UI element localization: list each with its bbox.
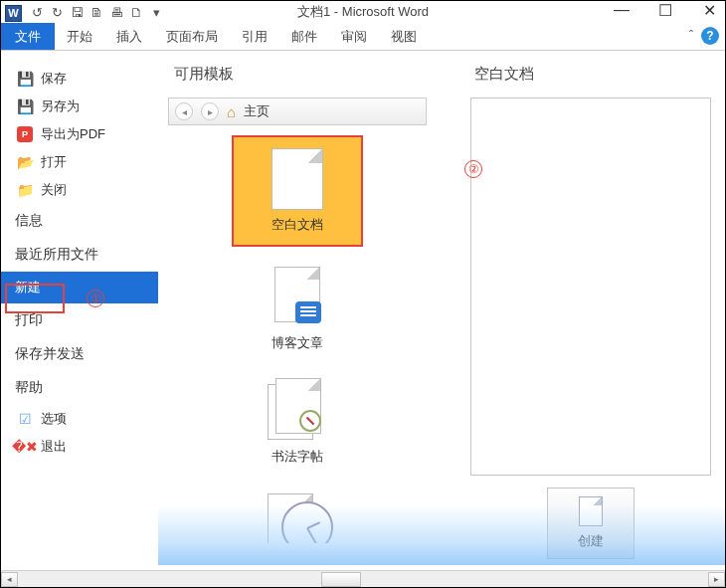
close-button[interactable]: ✕ [699, 1, 719, 20]
create-button-label: 创建 [578, 532, 604, 550]
tab-home[interactable]: 开始 [55, 23, 104, 50]
folder-open-icon: 📂 [17, 154, 33, 170]
preview-column: 空白文档 创建 [456, 51, 725, 569]
tab-view[interactable]: 视图 [379, 23, 429, 50]
template-nav-bar: ◂ ▸ ⌂ 主页 [168, 98, 427, 125]
scroll-left-button[interactable]: ◂ [1, 572, 18, 587]
help-icon[interactable]: ? [701, 27, 719, 45]
nav-home-icon[interactable]: ⌂ [227, 103, 236, 120]
maximize-button[interactable]: ☐ [655, 1, 675, 20]
sidebar-item-send[interactable]: 保存并发送 [1, 337, 158, 371]
template-item-recent[interactable] [238, 490, 357, 543]
app-word-icon: W [5, 5, 22, 22]
nav-forward-button[interactable]: ▸ [201, 102, 219, 120]
tab-layout[interactable]: 页面布局 [154, 23, 230, 50]
template-card-selected: 空白文档 [232, 135, 363, 247]
template-label: 空白文档 [272, 216, 323, 234]
backstage: 💾 保存 💾 另存为 P 导出为PDF 📂 打开 📁 关闭 信息 最近所用文件 … [1, 51, 725, 569]
tab-file[interactable]: 文件 [1, 23, 55, 50]
sidebar-item-help[interactable]: 帮助 [1, 371, 158, 405]
annotation-badge-1: ① [87, 290, 104, 307]
sidebar-item-close[interactable]: 📁 关闭 [1, 176, 158, 204]
annotation-badge-2: ② [464, 160, 482, 178]
undo-icon[interactable]: ↺ [30, 5, 44, 19]
sidebar-item-label: 退出 [41, 438, 67, 456]
preview-box [470, 98, 711, 476]
tab-mailings[interactable]: 邮件 [279, 23, 329, 50]
sidebar-item-label: 选项 [41, 410, 67, 428]
sidebar-item-label: 导出为PDF [41, 125, 105, 143]
create-button[interactable]: 创建 [547, 488, 635, 559]
template-item-blank[interactable]: 空白文档 [229, 135, 366, 247]
sidebar-item-label: 打开 [41, 153, 67, 171]
template-list[interactable]: 空白文档 博客文章 [168, 135, 427, 543]
qat-dropdown-icon[interactable]: ▾ [149, 5, 163, 19]
sidebar-item-recent[interactable]: 最近所用文件 [1, 238, 158, 272]
sidebar-item-saveas[interactable]: 💾 另存为 [1, 93, 158, 120]
breadcrumb[interactable]: 主页 [244, 102, 270, 120]
templates-heading: 可用模板 [168, 65, 456, 84]
sidebar-item-label: 关闭 [41, 181, 67, 199]
sidebar-item-exit[interactable]: �✖ 退出 [1, 433, 158, 461]
template-label: 博客文章 [272, 334, 323, 352]
ribbon-minimize-icon[interactable]: ˆ [689, 29, 693, 43]
new-doc-icon [579, 496, 603, 526]
saveas-disk-icon: 💾 [17, 98, 33, 114]
minimize-button[interactable]: ― [612, 1, 632, 20]
titlebar: W ↺ ↻ 🖫 🗎 🖶 🗋 ▾ 文档1 - Microsoft Word ― ☐… [1, 1, 725, 23]
printpreview-icon[interactable]: 🗋 [129, 5, 143, 19]
speech-bubble-icon [295, 301, 321, 323]
calligraphy-thumb [268, 376, 327, 440]
sidebar-item-label: 另存为 [41, 98, 80, 115]
recent-thumb [268, 490, 327, 543]
sidebar-item-label: 保存 [41, 70, 67, 88]
nav-back-button[interactable]: ◂ [175, 102, 193, 120]
horizontal-scrollbar[interactable]: ◂ ▸ [1, 570, 725, 587]
quick-access-toolbar: ↺ ↻ 🖫 🗎 🖶 🗋 ▾ [30, 5, 163, 19]
sidebar-item-open[interactable]: 📂 打开 [1, 148, 158, 176]
sidebar-item-options[interactable]: ☑ 选项 [1, 405, 158, 433]
template-item-blog[interactable]: 博客文章 [238, 263, 357, 352]
redo-icon[interactable]: ↻ [50, 5, 64, 19]
brush-icon [299, 410, 321, 432]
sidebar-item-info[interactable]: 信息 [1, 204, 158, 238]
tab-review[interactable]: 审阅 [329, 23, 379, 50]
save-disk-icon: 💾 [17, 71, 33, 87]
scroll-right-button[interactable]: ▸ [708, 572, 725, 587]
saveas-qat-icon[interactable]: 🗎 [90, 5, 103, 19]
tab-insert[interactable]: 插入 [104, 23, 154, 50]
template-item-calligraphy[interactable]: 书法字帖 [238, 376, 357, 466]
sidebar-item-save[interactable]: 💾 保存 [1, 65, 158, 93]
print-qat-icon[interactable]: 🖶 [109, 5, 123, 19]
tab-references[interactable]: 引用 [230, 23, 279, 50]
backstage-sidebar: 💾 保存 💾 另存为 P 导出为PDF 📂 打开 📁 关闭 信息 最近所用文件 … [1, 51, 158, 569]
templates-column: 可用模板 ◂ ▸ ⌂ 主页 ② 空白文档 [158, 51, 456, 569]
window-controls: ― ☐ ✕ [612, 1, 719, 20]
scroll-thumb[interactable] [321, 572, 361, 587]
options-icon: ☑ [17, 411, 33, 427]
sidebar-item-new[interactable]: 新建 [1, 272, 158, 303]
preview-heading: 空白文档 [470, 65, 711, 84]
sidebar-item-print[interactable]: 打印 [1, 303, 158, 337]
save-icon[interactable]: 🖫 [70, 5, 84, 19]
sidebar-item-pdf[interactable]: P 导出为PDF [1, 120, 158, 148]
blog-thumb [268, 263, 327, 326]
ribbon-tabs: 文件 开始 插入 页面布局 引用 邮件 审阅 视图 ˆ ? [1, 23, 725, 51]
pdf-badge-icon: P [17, 126, 33, 142]
template-label: 书法字帖 [272, 448, 323, 466]
blank-page-icon [272, 148, 323, 210]
backstage-content: 可用模板 ◂ ▸ ⌂ 主页 ② 空白文档 [158, 51, 725, 569]
scroll-track[interactable] [18, 572, 708, 587]
exit-icon: �✖ [17, 439, 33, 455]
clock-icon [281, 501, 333, 543]
folder-close-icon: 📁 [17, 182, 33, 198]
sidebar-item-label: 新建 [15, 279, 41, 296]
